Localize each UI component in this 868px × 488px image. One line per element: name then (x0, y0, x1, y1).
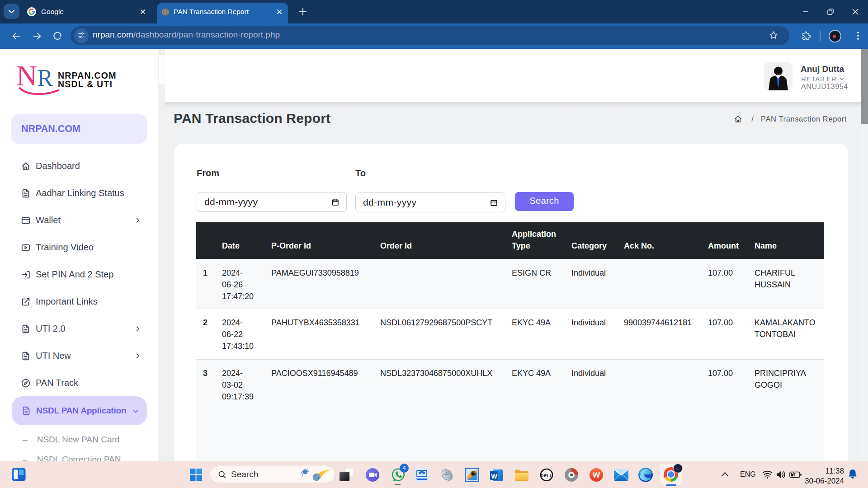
svg-text:DELL: DELL (541, 473, 553, 478)
svg-text:W: W (491, 473, 497, 480)
